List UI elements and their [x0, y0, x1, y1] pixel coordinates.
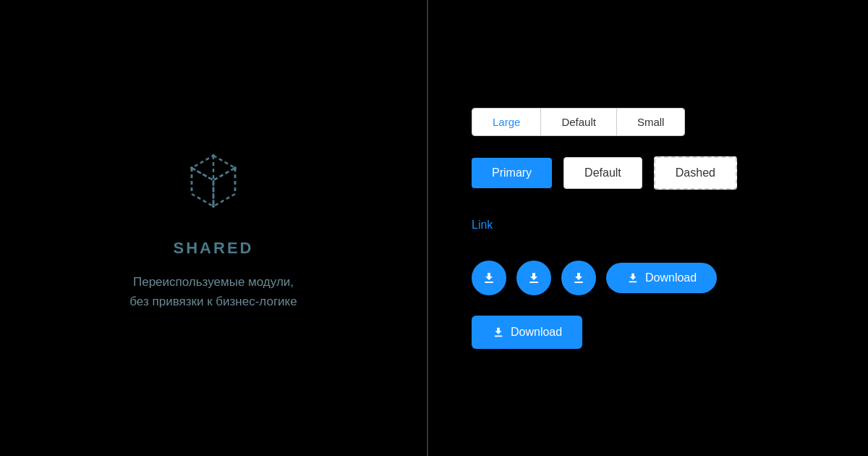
download-buttons-row2: Download: [472, 316, 825, 349]
btn-dashed[interactable]: Dashed: [654, 156, 737, 190]
download-icon: [571, 271, 586, 285]
svg-point-5: [212, 154, 215, 157]
cube-icon: [174, 145, 253, 224]
btn-download-icon-3[interactable]: [561, 261, 596, 295]
btn-download-icon-1[interactable]: [472, 261, 506, 295]
btn-download-full[interactable]: Download: [606, 263, 717, 293]
tab-large[interactable]: Large: [472, 109, 541, 135]
svg-point-4: [212, 205, 215, 208]
tab-default[interactable]: Default: [541, 109, 617, 135]
btn-download-rect[interactable]: Download: [472, 316, 582, 349]
btn-primary[interactable]: Primary: [472, 158, 552, 188]
tab-small[interactable]: Small: [617, 109, 685, 135]
left-panel: SHARED Переиспользуемые модули, без прив…: [0, 0, 427, 456]
download-icon: [482, 271, 496, 285]
btn-default[interactable]: Default: [563, 157, 642, 189]
svg-rect-8: [485, 282, 493, 283]
svg-point-6: [234, 166, 237, 169]
download-icon: [492, 326, 505, 339]
size-tab-group: Large Default Small: [472, 108, 685, 136]
shared-title: SHARED: [174, 239, 254, 258]
btn-download-icon-2[interactable]: [516, 261, 551, 295]
btn-link[interactable]: Link: [472, 210, 493, 240]
svg-rect-11: [629, 281, 637, 282]
right-panel: Large Default Small Primary Default Dash…: [428, 0, 868, 456]
download-icon: [626, 271, 639, 284]
download-buttons-row1: Download: [472, 261, 825, 295]
button-variants-row: Primary Default Dashed: [472, 156, 825, 190]
svg-rect-9: [529, 282, 538, 283]
download-icon: [527, 271, 541, 285]
svg-rect-12: [495, 335, 503, 337]
svg-point-7: [190, 166, 193, 169]
svg-rect-10: [574, 282, 583, 283]
shared-description: Переиспользуемые модули, без привязки к …: [129, 272, 297, 311]
link-button-row: Link: [472, 210, 825, 240]
